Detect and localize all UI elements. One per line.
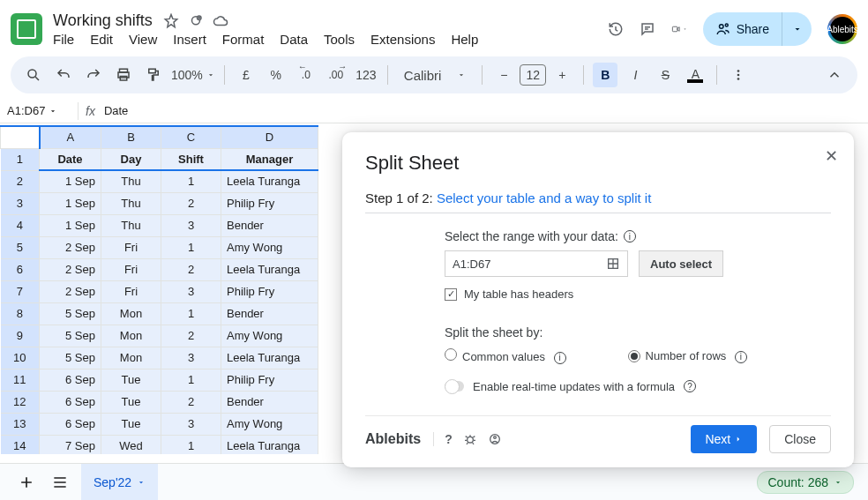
cell[interactable]: 1 Sep xyxy=(40,214,101,236)
select-all-corner[interactable] xyxy=(1,126,40,148)
cell[interactable]: Bender xyxy=(221,302,318,325)
cell[interactable]: 3 xyxy=(161,280,221,302)
document-name[interactable]: Working shifts xyxy=(53,11,153,30)
row-header[interactable]: 10 xyxy=(1,347,40,369)
row-header[interactable]: 14 xyxy=(1,435,40,454)
cell[interactable]: Leela Turanga xyxy=(221,347,318,369)
cell[interactable]: Bender xyxy=(221,214,318,236)
bold-button[interactable]: B xyxy=(593,63,617,87)
close-button[interactable]: Close xyxy=(769,425,831,453)
cell[interactable]: Leela Turanga xyxy=(221,435,318,454)
menu-tools[interactable]: Tools xyxy=(324,32,355,47)
undo-icon[interactable] xyxy=(51,63,76,87)
cell[interactable]: Mon xyxy=(101,302,161,325)
headers-checkbox[interactable]: ✓ xyxy=(445,288,457,301)
text-color-button[interactable]: A xyxy=(683,63,707,87)
font-select[interactable]: Calibri xyxy=(397,68,474,83)
history-icon[interactable] xyxy=(608,21,624,37)
cell[interactable]: Mon xyxy=(101,347,161,369)
move-icon[interactable] xyxy=(188,13,204,29)
menu-extensions[interactable]: Extensions xyxy=(370,32,435,47)
increase-decimal-button[interactable]: .00→ xyxy=(324,63,348,87)
row-header[interactable]: 13 xyxy=(1,413,40,435)
number-format-button[interactable]: 123 xyxy=(354,63,378,87)
cell[interactable]: 2 xyxy=(161,258,221,280)
cell[interactable]: 1 xyxy=(161,302,221,325)
collapse-toolbar-icon[interactable] xyxy=(822,63,847,87)
cell[interactable]: 6 Sep xyxy=(40,391,101,413)
cell[interactable]: 2 xyxy=(161,325,221,347)
close-icon[interactable]: ✕ xyxy=(825,146,838,166)
cell[interactable]: 3 xyxy=(161,214,221,236)
col-header[interactable]: A xyxy=(40,126,101,148)
redo-icon[interactable] xyxy=(81,63,106,87)
cell[interactable]: 7 Sep xyxy=(40,435,101,454)
cell[interactable]: Fri xyxy=(101,258,161,280)
cell[interactable]: 1 xyxy=(161,236,221,258)
zoom-select[interactable]: 100% xyxy=(171,68,215,82)
font-size-increase[interactable]: + xyxy=(550,63,574,87)
cell[interactable]: 1 xyxy=(161,170,221,192)
row-header[interactable]: 7 xyxy=(1,280,40,302)
font-size-decrease[interactable]: − xyxy=(491,63,516,87)
cell[interactable]: Shift xyxy=(161,148,221,170)
row-header[interactable]: 3 xyxy=(1,192,40,214)
col-header[interactable]: B xyxy=(101,126,161,148)
cell[interactable]: Tue xyxy=(101,413,161,435)
cell[interactable]: 5 Sep xyxy=(40,302,101,325)
radio-common-values[interactable]: Common values i xyxy=(445,348,566,364)
info-icon[interactable]: ? xyxy=(684,380,696,392)
menu-help[interactable]: Help xyxy=(451,32,478,47)
cloud-status-icon[interactable] xyxy=(213,13,228,29)
italic-button[interactable]: I xyxy=(623,63,647,87)
col-header[interactable]: D xyxy=(221,126,318,148)
row-header[interactable]: 11 xyxy=(1,369,40,391)
row-header[interactable]: 12 xyxy=(1,391,40,413)
cell[interactable]: 3 xyxy=(161,347,221,369)
range-input[interactable]: A1:D67 xyxy=(445,250,628,277)
cell[interactable]: Wed xyxy=(101,435,161,454)
more-toolbar-icon[interactable] xyxy=(726,63,751,87)
info-icon[interactable]: i xyxy=(624,230,636,243)
bug-icon[interactable] xyxy=(463,432,477,446)
cell[interactable]: Thu xyxy=(101,192,161,214)
cell[interactable]: 1 Sep xyxy=(40,192,101,214)
menu-data[interactable]: Data xyxy=(280,32,308,47)
cell[interactable]: Amy Wong xyxy=(221,236,318,258)
privacy-icon[interactable] xyxy=(488,432,502,446)
cell[interactable]: Amy Wong xyxy=(221,413,318,435)
cell[interactable]: 1 Sep xyxy=(40,170,101,192)
sheets-logo-icon[interactable] xyxy=(11,13,42,45)
row-header[interactable]: 2 xyxy=(1,170,40,192)
menu-file[interactable]: File xyxy=(53,32,74,47)
row-header[interactable]: 4 xyxy=(1,214,40,236)
info-icon[interactable]: i xyxy=(554,352,566,364)
status-count[interactable]: Count: 268 xyxy=(757,471,855,494)
cell[interactable]: 1 xyxy=(161,369,221,391)
cell[interactable]: 6 Sep xyxy=(40,369,101,391)
cell[interactable]: Tue xyxy=(101,369,161,391)
cell[interactable]: Mon xyxy=(101,325,161,347)
col-header[interactable]: C xyxy=(161,126,221,148)
percent-button[interactable]: % xyxy=(264,63,288,87)
sheet-tab[interactable]: Sep'22 xyxy=(81,464,158,500)
share-caret-icon[interactable] xyxy=(782,12,812,46)
star-icon[interactable] xyxy=(163,13,179,29)
row-header[interactable]: 6 xyxy=(1,258,40,280)
row-header[interactable]: 1 xyxy=(1,148,40,170)
cell[interactable]: Fri xyxy=(101,280,161,302)
menu-edit[interactable]: Edit xyxy=(90,32,113,47)
comments-icon[interactable] xyxy=(640,21,655,37)
print-icon[interactable] xyxy=(111,63,136,87)
font-size-input[interactable]: 12 xyxy=(520,64,546,86)
cell[interactable]: Philip Fry xyxy=(221,369,318,391)
cell[interactable]: 2 Sep xyxy=(40,258,101,280)
cell[interactable]: Tue xyxy=(101,391,161,413)
cell[interactable]: 2 Sep xyxy=(40,280,101,302)
cell[interactable]: 5 Sep xyxy=(40,325,101,347)
next-button[interactable]: Next xyxy=(691,425,757,453)
all-sheets-icon[interactable] xyxy=(48,470,72,495)
cell[interactable]: Manager xyxy=(221,148,318,170)
menu-insert[interactable]: Insert xyxy=(173,32,206,47)
cell[interactable]: Amy Wong xyxy=(221,325,318,347)
